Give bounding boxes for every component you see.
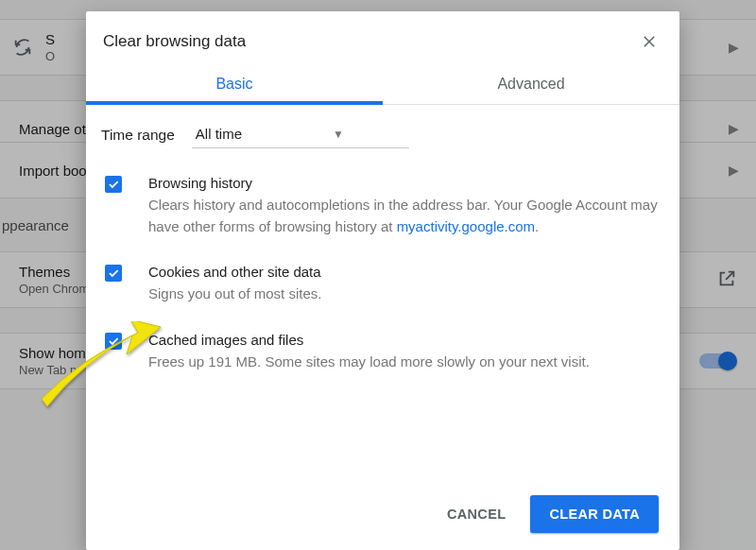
dropdown-triangle-icon: ▼	[333, 128, 344, 141]
checkbox-browsing-history[interactable]	[105, 176, 122, 193]
time-range-label: Time range	[101, 127, 175, 144]
option-title: Cookies and other site data	[148, 264, 661, 280]
checkbox-cookies[interactable]	[105, 265, 122, 282]
clear-browsing-data-dialog: Clear browsing data Basic Advanced Time …	[86, 11, 679, 550]
option-browsing-history: Browsing history Clears history and auto…	[99, 175, 666, 264]
tab-basic[interactable]: Basic	[86, 62, 383, 104]
tab-advanced[interactable]: Advanced	[383, 62, 679, 104]
time-range-select[interactable]: All time ▼	[192, 122, 409, 148]
option-description: Signs you out of most sites.	[148, 284, 661, 305]
close-icon[interactable]	[636, 28, 662, 55]
dialog-title: Clear browsing data	[103, 32, 636, 51]
myactivity-link[interactable]: myactivity.google.com	[397, 218, 535, 234]
option-description: Frees up 191 MB. Some sites may load mor…	[148, 352, 661, 373]
checkbox-cached[interactable]	[105, 333, 122, 350]
option-title: Cached images and files	[148, 332, 661, 348]
option-cached: Cached images and files Frees up 191 MB.…	[99, 332, 666, 400]
option-title: Browsing history	[148, 175, 661, 191]
clear-data-button[interactable]: CLEAR DATA	[530, 495, 659, 533]
option-cookies: Cookies and other site data Signs you ou…	[99, 264, 666, 332]
option-description: Clears history and autocompletions in th…	[148, 195, 661, 237]
cancel-button[interactable]: CANCEL	[439, 495, 514, 533]
time-range-value: All time	[196, 126, 242, 142]
